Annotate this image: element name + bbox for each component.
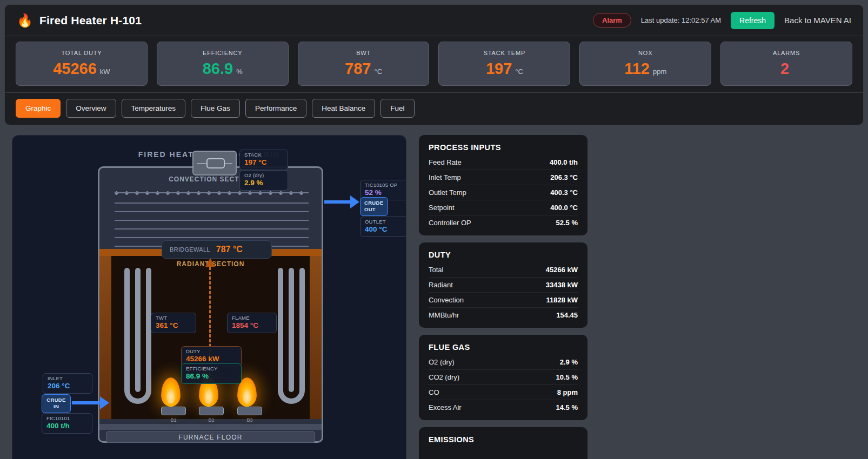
tab-heat-balance[interactable]: Heat Balance (312, 99, 375, 118)
tube-row-line (115, 220, 309, 221)
burner-base (199, 407, 224, 415)
panel-row: CO2 (dry)10.5 % (429, 370, 578, 385)
stack-tag: STACK 197 °C (239, 150, 288, 170)
kpi-value: 197°C (486, 60, 523, 78)
panel-row: Inlet Temp206.3 °C (429, 170, 578, 185)
top-block: 🔥 Fired Heater H-101 Alarm Last update: … (4, 4, 864, 125)
kpi-label: ALARMS (773, 50, 800, 56)
burner-base (237, 407, 262, 415)
crude-in-tag: CRUDE IN (42, 394, 71, 413)
twt-tag: TWT 361 °C (151, 313, 196, 333)
header: 🔥 Fired Heater H-101 Alarm Last update: … (5, 5, 863, 36)
tab-temperatures[interactable]: Temperatures (122, 99, 186, 118)
radiant-wall-left (99, 256, 111, 419)
radiant-wall-right (310, 256, 322, 419)
panel-row: Feed Rate400.0 t/h (429, 155, 578, 170)
kpi-label: TOTAL DUTY (61, 50, 102, 56)
side-panel-column: PROCESS INPUTS Feed Rate400.0 t/h Inlet … (419, 135, 587, 459)
kpi-value: 112ppm (624, 60, 666, 78)
page-title: Fired Heater H-101 (39, 14, 142, 27)
panel-duty: DUTY Total45266 kW Radiant33438 kW Conve… (419, 242, 587, 328)
tube-row-line (115, 202, 309, 204)
tube-bank-left (135, 268, 141, 392)
flame-core (167, 390, 175, 404)
flame-tag: FLAME 1854 °C (227, 313, 277, 333)
inlet-tag: INLET 206 °C (43, 373, 92, 394)
tube-row-line (115, 228, 309, 230)
panel-row: CO8 ppm (429, 385, 578, 400)
tube-row-line (115, 211, 309, 212)
tube-row-line (115, 237, 309, 238)
panel-row: Convection11828 kW (429, 293, 578, 308)
content-area: FIRED HEATER H-101 — CABIN STACK 197 °C … (0, 125, 868, 459)
tab-overview[interactable]: Overview (66, 99, 116, 118)
tab-graphic[interactable]: Graphic (16, 99, 61, 118)
tube-bank-right (278, 268, 283, 392)
kpi-card-efficiency: EFFICIENCY 86.9% (157, 42, 289, 86)
heater-diagram: FIRED HEATER H-101 — CABIN STACK 197 °C … (12, 135, 406, 459)
refresh-button[interactable]: Refresh (731, 12, 774, 29)
kpi-card-nox: NOX 112ppm (579, 42, 711, 86)
finned-tube-row (115, 191, 309, 195)
damper-icon (206, 158, 225, 168)
tube-bank-right (289, 268, 294, 392)
tab-bar: Graphic Overview Temperatures Flue Gas P… (5, 93, 863, 125)
kpi-label: BWT (356, 50, 371, 56)
panel-row: Excess Air14.5 % (429, 400, 578, 415)
heater-body: CONVECTION SECTION RADIANT SECTION (98, 166, 323, 443)
panel-emissions: EMISSIONS (419, 427, 587, 459)
convection-section-label: CONVECTION SECTION (99, 176, 322, 183)
kpi-value: 787°C (345, 60, 382, 78)
panel-row: Total45266 kW (429, 262, 578, 278)
tube-bank-right (299, 268, 305, 392)
burner-label-b3: B3 (237, 417, 262, 423)
fic-tag: FIC10101 400 t/h (42, 413, 92, 434)
crude-in-arrow (72, 401, 100, 404)
panel-row: Controller OP52.5 % (429, 215, 578, 230)
panel-row: Setpoint400.0 °C (429, 200, 578, 215)
flame-icon: 🔥 (17, 14, 33, 27)
tube-bank-left (124, 268, 130, 392)
kpi-card-bwt: BWT 787°C (298, 42, 430, 86)
tab-performance[interactable]: Performance (245, 99, 306, 118)
floor-strip (99, 424, 322, 430)
heat-flow-arrow (205, 258, 215, 267)
panel-process-inputs: PROCESS INPUTS Feed Rate400.0 t/h Inlet … (419, 135, 587, 235)
outlet-tag: OUTLET 400 °C (360, 217, 406, 237)
burner-label-b2: B2 (199, 417, 224, 423)
kpi-value: 2 (780, 60, 792, 78)
crude-in-arrow-head (100, 396, 109, 409)
bridgewall-tag: BRIDGEWALL 787 °C (162, 240, 272, 259)
panel-row: Outlet Temp400.3 °C (429, 185, 578, 200)
panel-row: O2 (dry)2.9 % (429, 355, 578, 370)
kpi-value: 45266kW (53, 60, 110, 78)
kpi-card-total-duty: TOTAL DUTY 45266kW (16, 42, 148, 86)
kpi-label: EFFICIENCY (203, 50, 242, 56)
stack-graphic (192, 151, 237, 176)
furnace-floor-bar: FURNACE FLOOR (106, 431, 315, 443)
tab-fuel[interactable]: Fuel (380, 99, 414, 118)
last-update-text: Last update: 12:02:57 AM (641, 16, 721, 24)
panel-title: FLUE GAS (429, 343, 578, 352)
tab-flue-gas[interactable]: Flue Gas (191, 99, 240, 118)
efficiency-tag: EFFICIENCY 86.9 % (181, 363, 242, 384)
kpi-label: NOX (638, 50, 652, 56)
burner-label-b1: B1 (161, 417, 186, 423)
panel-row: MMBtu/hr154.45 (429, 308, 578, 322)
alarm-badge[interactable]: Alarm (593, 13, 631, 28)
panel-title: EMISSIONS (429, 435, 578, 444)
panel-row: Radiant33438 kW (429, 278, 578, 293)
kpi-label: STACK TEMP (484, 50, 525, 56)
header-right: Alarm Last update: 12:02:57 AM Refresh B… (593, 12, 851, 29)
kpi-card-alarms: ALARMS 2 (720, 42, 852, 86)
panel-flue-gas: FLUE GAS O2 (dry)2.9 % CO2 (dry)10.5 % C… (419, 335, 587, 420)
back-to-maven-link[interactable]: Back to MAVEN AI (784, 16, 851, 25)
crude-out-tag: CRUDE OUT (360, 197, 388, 216)
crude-out-arrow (324, 200, 350, 204)
o2-tag: O2 (dry) 2.9 % (239, 170, 288, 191)
flame-core (205, 390, 213, 404)
panel-title: DUTY (429, 251, 578, 259)
panel-title: PROCESS INPUTS (429, 143, 578, 152)
kpi-card-stack-temp: STACK TEMP 197°C (438, 42, 570, 86)
header-left: 🔥 Fired Heater H-101 (17, 14, 142, 27)
